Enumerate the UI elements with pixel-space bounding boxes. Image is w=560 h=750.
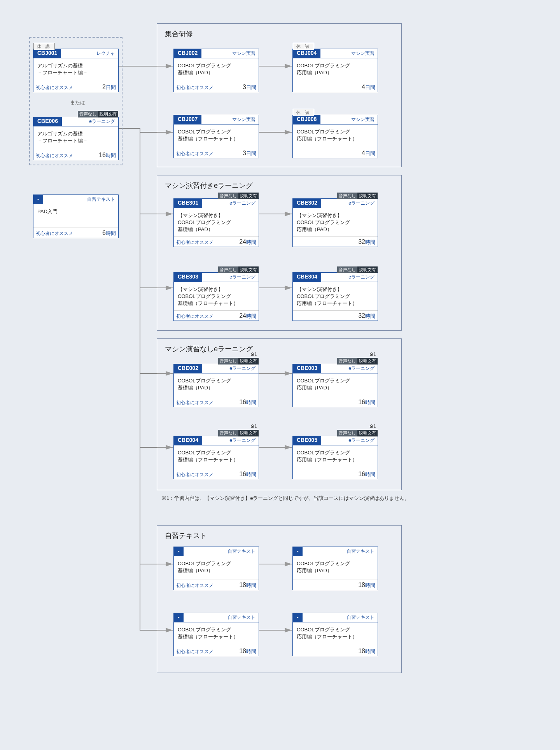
course-title: COBOLプログラミング基礎編（PAD） (174, 556, 259, 580)
course-title: 【マシン演習付き】COBOLプログラミング基礎編（PAD） (174, 208, 259, 237)
section-title: マシン演習付きeラーニング (165, 181, 394, 190)
recommend-badge: 初心者にオススメ (176, 151, 214, 157)
course-title: COBOLプログラミング基礎編（フローチャート） (174, 445, 259, 469)
course-type: eラーニング (321, 273, 378, 282)
course-title: アルゴリズムの基礎－フローチャート編－ (33, 58, 118, 82)
recommend-badge: 初心者にオススメ (176, 313, 214, 320)
course-duration: 2日間 (102, 84, 116, 91)
recommend-badge: 初心者にオススメ (176, 239, 214, 246)
course-type: マシン実習 (320, 115, 378, 124)
course-duration: 6時間 (102, 230, 116, 237)
course-code: - (174, 547, 184, 556)
course-type: マシン実習 (201, 115, 259, 124)
ribbon-cancelled: 休 講 (33, 43, 55, 50)
course-duration: 4日間 (362, 84, 375, 91)
course-type: マシン実習 (201, 49, 259, 58)
course-duration: 32時間 (358, 312, 375, 320)
course-type: eラーニング (321, 199, 378, 208)
course-duration: 24時間 (239, 312, 256, 320)
course-duration: 16時間 (358, 399, 375, 406)
course-type: eラーニング (202, 364, 259, 373)
card-cbj001[interactable]: 休 講 CBJ001 レクチャ アルゴリズムの基礎－フローチャート編－ 初心者に… (33, 49, 119, 92)
recommend-badge: 初心者にオススメ (176, 648, 214, 655)
course-code: CBE304 (293, 273, 321, 282)
course-title: 【マシン演習付き】COBOLプログラミング応用編（PAD） (293, 208, 378, 237)
course-code: CBJ007 (174, 115, 201, 124)
course-duration: 16時間 (358, 471, 375, 478)
course-code: CBE003 (293, 364, 321, 373)
course-code: - (293, 613, 303, 622)
section-title: マシン演習なしeラーニング (165, 344, 394, 354)
course-title: 【マシン演習付き】COBOLプログラミング応用編（フローチャート） (293, 282, 378, 310)
course-duration: 18時間 (358, 582, 375, 589)
course-title: COBOLプログラミング応用編（フローチャート） (293, 445, 378, 469)
card-selfstudy-adv-flow[interactable]: - 自習テキスト COBOLプログラミング応用編（フローチャート） 18時間 (292, 613, 378, 656)
ribbon-audio: 音声なし説明文有 (218, 266, 259, 273)
course-duration: 18時間 (358, 648, 375, 655)
course-code: CBJ002 (174, 49, 201, 58)
card-cbe301[interactable]: 音声なし説明文有 CBE301 eラーニング 【マシン演習付き】COBOLプログ… (173, 198, 259, 247)
course-code: CBE303 (174, 273, 202, 282)
course-code: CBE006 (33, 117, 62, 126)
card-cbj002[interactable]: CBJ002 マシン実習 COBOLプログラミング基礎編（PAD） 初心者にオス… (173, 49, 259, 92)
recommend-badge: 初心者にオススメ (176, 582, 214, 589)
course-title: COBOLプログラミング応用編（PAD） (293, 373, 378, 397)
card-cbj004[interactable]: 休 講 CBJ004 マシン実習 COBOLプログラミング応用編（PAD） 4日… (292, 49, 378, 92)
course-type: レクチャ (61, 49, 118, 58)
recommend-badge: 初心者にオススメ (36, 152, 73, 159)
course-title: COBOLプログラミング基礎編（フローチャート） (174, 124, 259, 148)
course-type: 自習テキスト (184, 547, 259, 556)
course-type: eラーニング (202, 273, 259, 282)
card-selfstudy-basic-pad[interactable]: - 自習テキスト COBOLプログラミング基礎編（PAD） 初心者にオススメ 1… (173, 547, 259, 590)
asterisk-note: ※1 (250, 424, 257, 429)
recommend-badge: 初心者にオススメ (176, 400, 214, 406)
card-cbj008[interactable]: 休 講 CBJ008 マシン実習 COBOLプログラミング応用編（フローチャート… (292, 115, 378, 158)
ribbon-audio: 音声なし説明文有 (78, 111, 118, 117)
course-type: eラーニング (202, 199, 259, 208)
course-code: CBJ008 (293, 115, 320, 124)
ribbon-audio: 音声なし説明文有 (218, 193, 259, 199)
course-duration: 16時間 (239, 399, 256, 406)
card-cbe006[interactable]: 音声なし説明文有 CBE006 eラーニング アルゴリズムの基礎－フローチャート… (33, 117, 119, 160)
card-selfstudy-basic-flow[interactable]: - 自習テキスト COBOLプログラミング基礎編（フローチャート） 初心者にオス… (173, 613, 259, 656)
course-code: CBE302 (293, 199, 321, 208)
ribbon-cancelled: 休 講 (293, 43, 314, 50)
course-code: CBJ001 (33, 49, 61, 58)
course-type: 自習テキスト (43, 195, 118, 204)
course-title: 【マシン演習付き】COBOLプログラミング基礎編（フローチャート） (174, 282, 259, 310)
asterisk-note: ※1 (369, 352, 376, 357)
course-duration: 18時間 (239, 582, 256, 589)
note-ast1: ※1：学習内容は、【マシン演習付き】eラーニングと同じですが、当該コースにはマシ… (161, 495, 410, 502)
card-cbe005[interactable]: ※1 音声なし説明文有 CBE005 eラーニング COBOLプログラミング応用… (292, 436, 378, 479)
course-type: マシン実習 (320, 49, 378, 58)
course-duration: 32時間 (358, 238, 375, 246)
card-cbe003[interactable]: ※1 音声なし説明文有 CBE003 eラーニング COBOLプログラミング応用… (292, 364, 378, 407)
course-code: - (33, 195, 43, 204)
course-type: eラーニング (321, 436, 378, 445)
course-title: COBOLプログラミング基礎編（フローチャート） (174, 622, 259, 646)
card-cbe002[interactable]: ※1 音声なし説明文有 CBE002 eラーニング COBOLプログラミング基礎… (173, 364, 259, 407)
card-cbe303[interactable]: 音声なし説明文有 CBE303 eラーニング 【マシン演習付き】COBOLプログ… (173, 272, 259, 321)
ribbon-audio: 音声なし説明文有 (218, 358, 259, 364)
ribbon-audio: 音声なし説明文有 (337, 430, 378, 436)
course-title: COBOLプログラミング応用編（フローチャート） (293, 622, 378, 646)
course-type: eラーニング (202, 436, 259, 445)
card-pad[interactable]: - 自習テキスト PAD入門 初心者にオススメ 6時間 (33, 195, 119, 238)
course-code: - (293, 547, 303, 556)
card-cbe004[interactable]: ※1 音声なし説明文有 CBE004 eラーニング COBOLプログラミング基礎… (173, 436, 259, 479)
card-cbj007[interactable]: CBJ007 マシン実習 COBOLプログラミング基礎編（フローチャート） 初心… (173, 115, 259, 158)
course-type: eラーニング (62, 117, 118, 126)
section-title: 自習テキスト (165, 531, 394, 540)
course-title: COBOLプログラミング基礎編（PAD） (174, 58, 259, 82)
course-title: COBOLプログラミング応用編（フローチャート） (293, 124, 378, 148)
card-cbe302[interactable]: 音声なし説明文有 CBE302 eラーニング 【マシン演習付き】COBOLプログ… (292, 198, 378, 247)
course-code: CBE301 (174, 199, 202, 208)
course-duration: 16時間 (99, 152, 116, 159)
card-selfstudy-adv-pad[interactable]: - 自習テキスト COBOLプログラミング応用編（PAD） 18時間 (292, 547, 378, 590)
section-title: 集合研修 (165, 29, 394, 39)
course-code: CBE004 (174, 436, 202, 445)
course-duration: 4日間 (362, 150, 375, 157)
ribbon-cancelled: 休 講 (293, 109, 314, 116)
course-title: COBOLプログラミング応用編（PAD） (293, 58, 378, 82)
card-cbe304[interactable]: 音声なし説明文有 CBE304 eラーニング 【マシン演習付き】COBOLプログ… (292, 272, 378, 321)
